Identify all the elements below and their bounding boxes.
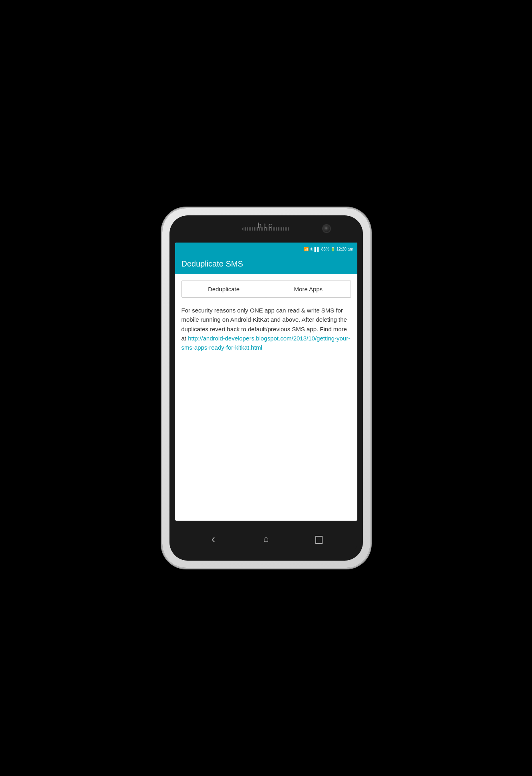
status-bar: 📶 ① ▌▌ 83% 🔋 12:20 am: [175, 243, 357, 255]
deduplicate-button[interactable]: Deduplicate: [181, 281, 267, 298]
home-button[interactable]: ⌂: [257, 530, 275, 548]
action-buttons-row: Deduplicate More Apps: [181, 281, 351, 298]
battery-percent: 83%: [321, 247, 329, 251]
sim1-icon: ①: [310, 247, 313, 251]
blog-link[interactable]: http://android-developers.blogspot.com/2…: [181, 335, 351, 351]
phone-device: htc 📶 ① ▌▌ 83% 🔋 12:20 am Deduplicate SM…: [162, 208, 370, 568]
phone-screen: 📶 ① ▌▌ 83% 🔋 12:20 am Deduplicate SMS De…: [175, 243, 357, 521]
more-apps-button[interactable]: More Apps: [266, 281, 351, 298]
battery-icon: 🔋: [331, 247, 335, 251]
description-text: For security reasons only ONE app can re…: [181, 306, 351, 352]
app-title: Deduplicate SMS: [181, 259, 243, 268]
app-content: Deduplicate More Apps For security reaso…: [175, 274, 357, 521]
back-icon: [211, 533, 215, 545]
time-display: 12:20 am: [337, 247, 353, 251]
front-camera: [322, 224, 331, 233]
recents-button[interactable]: [310, 530, 328, 548]
phone-body: htc 📶 ① ▌▌ 83% 🔋 12:20 am Deduplicate SM…: [169, 215, 363, 561]
status-icons: 📶 ① ▌▌ 83% 🔋 12:20 am: [304, 247, 353, 251]
app-title-bar: Deduplicate SMS: [175, 255, 357, 274]
navigation-bar: ⌂: [175, 523, 357, 555]
signal-icon: ▌▌: [315, 247, 320, 251]
back-button[interactable]: [205, 530, 222, 548]
htc-brand-logo: htc: [257, 221, 274, 230]
home-icon: ⌂: [263, 534, 269, 544]
wifi-icon: 📶: [304, 247, 309, 251]
recents-icon: [315, 536, 323, 544]
